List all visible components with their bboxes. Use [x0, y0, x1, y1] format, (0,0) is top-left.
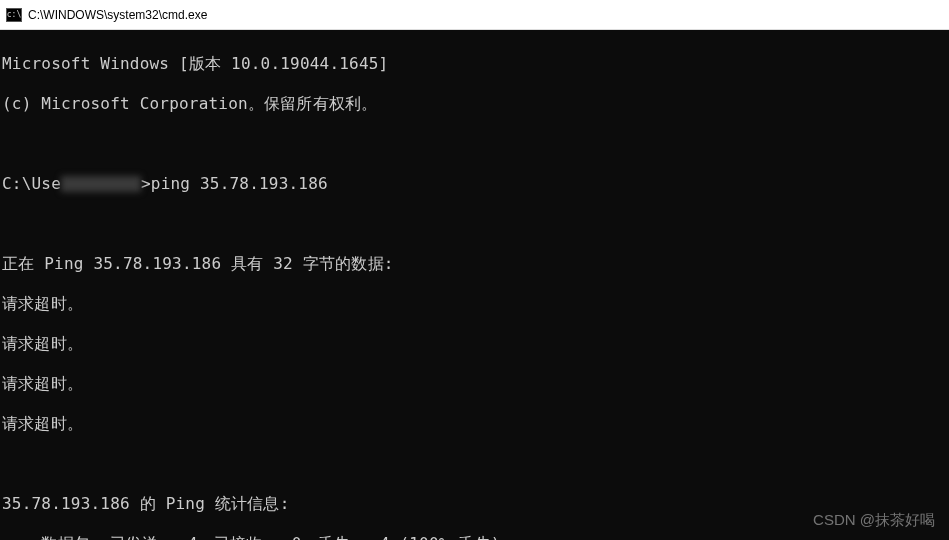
prompt-command: >ping 35.78.193.186	[141, 174, 328, 194]
ping-header-line: 正在 Ping 35.78.193.186 具有 32 字节的数据:	[2, 254, 947, 274]
stats-packets-line: 数据包: 已发送 = 4，已接收 = 0，丢失 = 4 (100% 丢失)，	[2, 534, 947, 540]
stats-header-line: 35.78.193.186 的 Ping 统计信息:	[2, 494, 947, 514]
redacted-username	[61, 176, 141, 192]
prompt-line-1: C:\Use>ping 35.78.193.186	[2, 174, 947, 194]
banner-version-line: Microsoft Windows [版本 10.0.19044.1645]	[2, 54, 947, 74]
timeout-line: 请求超时。	[2, 334, 947, 354]
window-titlebar[interactable]: C:\WINDOWS\system32\cmd.exe	[0, 0, 949, 30]
prompt-prefix: C:\Use	[2, 174, 61, 194]
blank-line	[2, 214, 947, 234]
cmd-icon	[6, 8, 22, 22]
terminal-output[interactable]: Microsoft Windows [版本 10.0.19044.1645] (…	[0, 30, 949, 540]
window-title: C:\WINDOWS\system32\cmd.exe	[28, 8, 207, 22]
banner-copyright-line: (c) Microsoft Corporation。保留所有权利。	[2, 94, 947, 114]
timeout-line: 请求超时。	[2, 414, 947, 434]
blank-line	[2, 454, 947, 474]
timeout-line: 请求超时。	[2, 374, 947, 394]
timeout-line: 请求超时。	[2, 294, 947, 314]
blank-line	[2, 134, 947, 154]
